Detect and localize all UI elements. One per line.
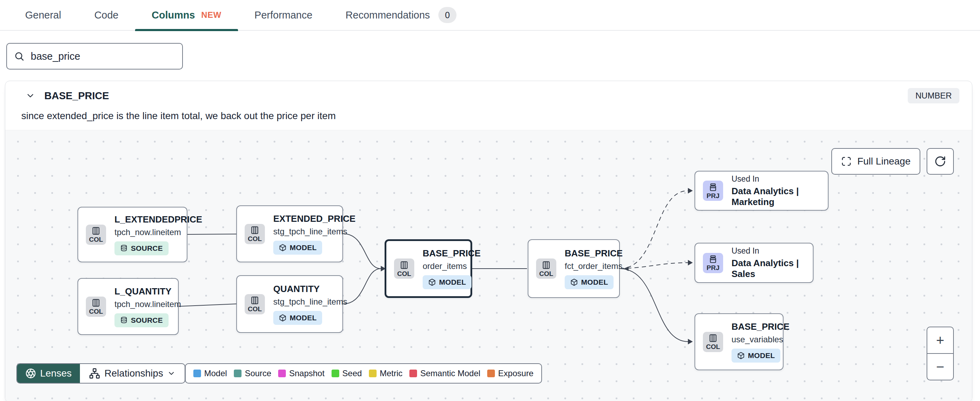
tab-columns[interactable]: ColumnsNEW <box>152 0 222 30</box>
aperture-icon <box>25 368 36 379</box>
zoom-in-button[interactable]: + <box>927 327 953 354</box>
node-resource-badge-label: SOURCE <box>131 316 163 324</box>
refresh-button[interactable] <box>927 148 954 175</box>
node-title: L_EXTENDEDPRICE <box>115 214 202 225</box>
node-kind-badge: COL <box>703 332 723 352</box>
lenses-label: Lenses <box>40 368 72 379</box>
node-kind-label: COL <box>89 308 103 315</box>
tab-performance[interactable]: Performance <box>255 0 312 30</box>
database-icon <box>120 316 128 324</box>
node-title: L_QUANTITY <box>115 286 171 297</box>
lineage-canvas[interactable]: Full Lineage + − Lenses <box>5 130 972 401</box>
lineage-node-used_in_sales[interactable]: PRJ Used In Data Analytics | Sales <box>695 243 813 283</box>
zoom-out-button[interactable]: − <box>927 354 953 380</box>
legend-item-seed: Seed <box>332 369 362 378</box>
node-kind-label: COL <box>539 270 553 277</box>
tab-label: Performance <box>255 10 312 21</box>
legend-label: Exposure <box>498 369 533 378</box>
lineage-node-l_quantity[interactable]: COL L_QUANTITY tpch_now.lineitem SOURCE <box>78 278 179 335</box>
legend-label: Semantic Model <box>420 369 480 378</box>
legend-swatch <box>278 369 286 377</box>
node-kind-badge: COL <box>394 259 414 279</box>
legend-label: Model <box>204 369 227 378</box>
node-body: L_EXTENDEDPRICE tpch_now.lineitem SOURCE <box>115 214 202 256</box>
columns-icon <box>708 334 718 343</box>
column-search-input[interactable] <box>31 51 175 62</box>
lineage-node-base_price_fct_order_items[interactable]: COL BASE_PRICE fct_order_items MODEL <box>528 239 620 298</box>
chevron-down-icon <box>167 369 175 378</box>
lineage-node-base_price_use_variables[interactable]: COL BASE_PRICE use_variables MODEL <box>695 313 784 370</box>
node-body: BASE_PRICE fct_order_items MODEL <box>565 248 623 289</box>
node-resource-badge-label: SOURCE <box>131 244 163 252</box>
lenses-button[interactable]: Lenses <box>17 364 80 383</box>
legend-swatch <box>409 369 417 377</box>
node-resource-badge: SOURCE <box>115 313 169 327</box>
tab-label: General <box>25 10 61 21</box>
node-resource-badge: MODEL <box>565 275 614 289</box>
node-resource-badge: MODEL <box>273 241 322 255</box>
node-resource-badge-label: MODEL <box>439 278 466 286</box>
search-box[interactable] <box>6 43 183 70</box>
zoom-control: + − <box>927 327 954 380</box>
tab-general[interactable]: General <box>25 0 61 30</box>
legend-label: Source <box>245 369 271 378</box>
expand-icon <box>841 156 851 167</box>
edge-fct-usevariables <box>620 268 688 342</box>
legend-swatch <box>193 369 201 377</box>
tab-code[interactable]: Code <box>94 0 118 30</box>
columns-icon <box>250 226 259 235</box>
node-subtitle: order_items <box>423 261 467 271</box>
chevron-down-icon[interactable] <box>25 91 35 101</box>
node-resource-badge-label: MODEL <box>581 278 608 286</box>
lineage-node-l_extendedprice[interactable]: COL L_EXTENDEDPRICE tpch_now.lineitem SO… <box>78 207 188 262</box>
node-body: BASE_PRICE use_variables MODEL <box>732 321 789 363</box>
columns-icon <box>542 260 551 270</box>
node-body: QUANTITY stg_tpch_line_items MODEL <box>273 284 347 325</box>
relationships-dropdown[interactable]: Relationships <box>80 364 185 383</box>
node-title: Data Analytics | Marketing <box>732 186 820 208</box>
tab-recommendations[interactable]: Recommendations0 <box>345 0 457 30</box>
edge-qty-orderitems <box>343 268 381 304</box>
cube-icon <box>279 244 286 251</box>
node-subtitle: fct_order_items <box>565 261 622 271</box>
node-kind-label: PRJ <box>707 192 720 199</box>
legend-item-model: Model <box>193 369 227 378</box>
edge-fct-marketing <box>620 191 688 268</box>
node-subtitle: stg_tpch_line_items <box>273 297 347 307</box>
project-icon <box>708 183 718 192</box>
refresh-icon <box>934 155 946 167</box>
full-lineage-button[interactable]: Full Lineage <box>831 148 920 175</box>
search-row <box>0 31 980 70</box>
columns-icon <box>250 296 259 305</box>
lineage-node-quantity[interactable]: COL QUANTITY stg_tpch_line_items MODEL <box>236 275 343 333</box>
node-kind-badge: PRJ <box>703 181 723 201</box>
node-body: L_QUANTITY tpch_now.lineitem SOURCE <box>115 286 181 327</box>
lineage-node-base_price_order_items[interactable]: COL BASE_PRICE order_items MODEL <box>385 239 472 298</box>
search-icon <box>14 51 24 61</box>
column-card-header[interactable]: BASE_PRICE NUMBER <box>5 81 972 110</box>
node-title: EXTENDED_PRICE <box>273 213 356 224</box>
cube-icon <box>737 352 745 359</box>
node-title: Data Analytics | Sales <box>732 258 805 280</box>
node-body: Used In Data Analytics | Sales <box>732 246 805 280</box>
node-kind-label: COL <box>89 236 103 243</box>
legend-label: Snapshot <box>289 369 324 378</box>
tab-label: Columns <box>152 10 195 21</box>
legend-item-source: Source <box>234 369 271 378</box>
lineage-node-extended_price[interactable]: COL EXTENDED_PRICE stg_tpch_line_items M… <box>236 205 343 262</box>
node-pretitle: Used In <box>732 246 759 256</box>
node-resource-badge: MODEL <box>423 275 471 289</box>
node-kind-label: PRJ <box>707 264 720 271</box>
full-lineage-label: Full Lineage <box>857 156 910 167</box>
database-icon <box>120 244 128 252</box>
node-kind-badge: PRJ <box>703 253 723 273</box>
node-subtitle: use_variables <box>732 335 783 344</box>
node-kind-badge: COL <box>86 225 106 245</box>
arrowhead <box>688 260 693 265</box>
legend-swatch <box>487 369 495 377</box>
node-body: Used In Data Analytics | Marketing <box>732 174 820 208</box>
column-description: since extended_price is the line item to… <box>5 110 972 130</box>
lineage-node-used_in_marketing[interactable]: PRJ Used In Data Analytics | Marketing <box>695 171 829 211</box>
column-title: BASE_PRICE <box>45 90 109 102</box>
legend-item-exposure: Exposure <box>487 369 533 378</box>
